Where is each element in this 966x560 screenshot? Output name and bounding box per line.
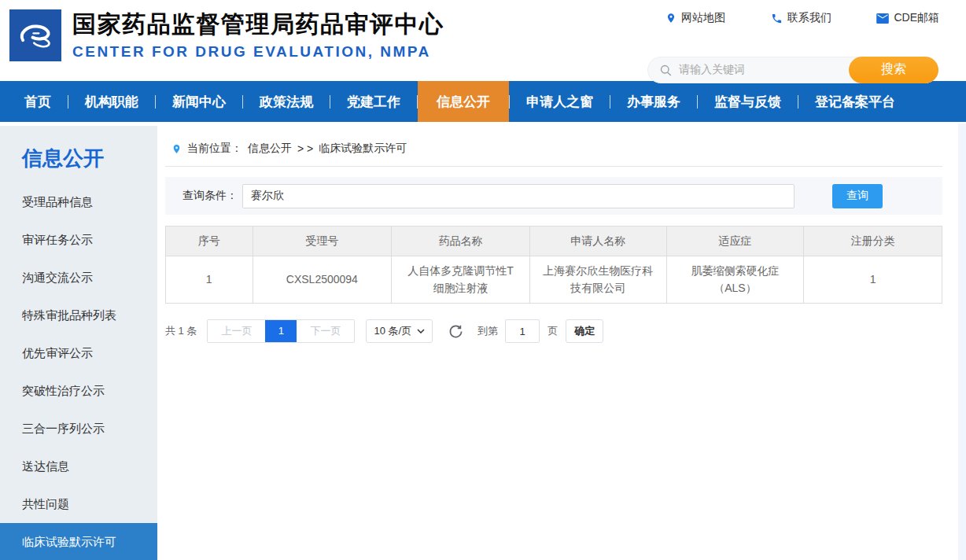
goto-page-unit: 页 (548, 324, 558, 338)
cell-applicant: 上海赛尔欣生物医疗科技有限公司 (529, 256, 666, 304)
total-count: 共 1 条 (165, 324, 197, 338)
cde-mail-link[interactable]: CDE邮箱 (876, 11, 939, 25)
sidebar-item-review-tasks[interactable]: 审评任务公示 (0, 221, 157, 259)
logo-swoosh-icon (13, 13, 58, 58)
sidebar-item-common-issues[interactable]: 共性问题 (0, 485, 157, 523)
query-button[interactable]: 查询 (832, 184, 883, 208)
col-acceptance-number: 受理号 (253, 227, 392, 256)
col-registration-class: 注册分类 (804, 227, 942, 256)
contact-link[interactable]: 联系我们 (771, 11, 831, 25)
contact-label: 联系我们 (787, 11, 831, 25)
search-icon (659, 64, 673, 77)
results-table: 序号 受理号 药品名称 申请人名称 适应症 注册分类 1 CXSL2500094… (165, 226, 942, 304)
col-serial: 序号 (166, 227, 253, 256)
sidebar-item-breakthrough-therapy[interactable]: 突破性治疗公示 (0, 372, 157, 410)
scrollbar-track[interactable] (958, 123, 966, 560)
sidebar-item-special-approval[interactable]: 特殊审批品种列表 (0, 297, 157, 334)
site-header: 国家药品监督管理局药品审评中心 CENTER FOR DRUG EVALUATI… (0, 0, 966, 81)
table-row: 1 CXSL2500094 人自体多克隆调节性T细胞注射液 上海赛尔欣生物医疗科… (166, 256, 942, 304)
query-bar: 查询条件： 查询 (165, 177, 942, 215)
refresh-icon[interactable] (448, 324, 463, 339)
sidebar-item-communication[interactable]: 沟通交流公示 (0, 259, 157, 297)
cell-registration-class: 1 (804, 256, 942, 304)
page-number-active[interactable]: 1 (265, 320, 297, 342)
site-title-en: CENTER FOR DRUG EVALUATION, NMPA (72, 43, 444, 61)
mail-icon (876, 13, 889, 24)
sidebar-item-accepted-products[interactable]: 受理品种信息 (0, 183, 157, 221)
sidebar-item-priority-review[interactable]: 优先审评公示 (0, 334, 157, 372)
pagination: 共 1 条 上一页 1 下一页 10 条/页 到第 页 确定 (165, 319, 942, 343)
page-size-value: 10 条/页 (374, 324, 411, 338)
sidebar-item-clinical-trial-implied-license[interactable]: 临床试验默示许可 (0, 523, 157, 560)
next-page-button[interactable]: 下一页 (297, 320, 354, 342)
map-pin-icon (666, 12, 677, 24)
sitemap-label: 网站地图 (681, 11, 725, 25)
location-pin-icon (171, 142, 182, 156)
cell-indication: 肌萎缩侧索硬化症（ALS） (666, 256, 804, 304)
cde-logo (9, 9, 61, 61)
breadcrumb-prefix: 当前位置： (187, 142, 242, 156)
cell-serial: 1 (166, 256, 253, 304)
nav-item-policy[interactable]: 政策法规 (243, 81, 330, 122)
cde-mail-label: CDE邮箱 (894, 11, 939, 25)
sitemap-link[interactable]: 网站地图 (666, 11, 725, 25)
cell-drug-name: 人自体多克隆调节性T细胞注射液 (392, 256, 530, 304)
query-label: 查询条件： (183, 189, 238, 203)
sidebar-title: 信息公开 (0, 126, 157, 183)
phone-icon (771, 13, 783, 24)
sidebar-item-three-in-one[interactable]: 三合一序列公示 (0, 410, 157, 448)
site-title-cn: 国家药品监督管理局药品审评中心 (72, 10, 444, 39)
main-panel: 当前位置： 信息公开 > > 临床试验默示许可 查询条件： 查询 序号 受理号 … (157, 126, 966, 560)
goto-page-input[interactable] (505, 319, 540, 343)
breadcrumb: 当前位置： 信息公开 > > 临床试验默示许可 (165, 142, 942, 167)
query-input[interactable] (242, 184, 795, 208)
sidebar: 信息公开 受理品种信息 审评任务公示 沟通交流公示 特殊审批品种列表 优先审评公… (0, 126, 157, 560)
cell-acceptance-number: CXSL2500094 (253, 256, 392, 304)
goto-page-label: 到第 (477, 324, 498, 338)
col-drug-name: 药品名称 (392, 227, 530, 256)
col-indication: 适应症 (666, 227, 804, 256)
quick-links: 网站地图 联系我们 CDE邮箱 (651, 11, 942, 25)
prev-page-button[interactable]: 上一页 (208, 320, 265, 342)
nav-item-services[interactable]: 办事服务 (610, 81, 697, 122)
search-placeholder[interactable]: 请输入关键词 (679, 63, 849, 77)
confirm-button[interactable]: 确定 (566, 319, 603, 343)
main-nav: 首页 机构职能 新闻中心 政策法规 党建工作 信息公开 申请人之窗 办事服务 监… (0, 81, 966, 122)
nav-item-news[interactable]: 新闻中心 (156, 81, 242, 122)
pager-group: 上一页 1 下一页 (207, 319, 355, 343)
nav-item-functions[interactable]: 机构职能 (68, 81, 155, 122)
nav-item-applicant-window[interactable]: 申请人之窗 (510, 81, 610, 122)
breadcrumb-separator: > > (297, 142, 313, 155)
nav-item-registration-platform[interactable]: 登记备案平台 (798, 81, 912, 122)
chevron-down-icon (417, 329, 425, 333)
sidebar-item-delivery-info[interactable]: 送达信息 (0, 448, 157, 485)
nav-item-info-disclosure[interactable]: 信息公开 (418, 81, 509, 122)
search-button[interactable]: 搜索 (849, 57, 938, 83)
nav-item-party[interactable]: 党建工作 (330, 81, 417, 122)
nav-item-home[interactable]: 首页 (8, 81, 68, 122)
col-applicant: 申请人名称 (529, 227, 666, 256)
breadcrumb-current: 临床试验默示许可 (319, 142, 407, 156)
page-size-select[interactable]: 10 条/页 (366, 319, 433, 343)
site-search[interactable]: 请输入关键词 搜索 (647, 57, 938, 83)
table-header-row: 序号 受理号 药品名称 申请人名称 适应症 注册分类 (166, 227, 942, 256)
breadcrumb-section[interactable]: 信息公开 (248, 142, 292, 156)
nav-item-supervision[interactable]: 监督与反馈 (698, 81, 798, 122)
